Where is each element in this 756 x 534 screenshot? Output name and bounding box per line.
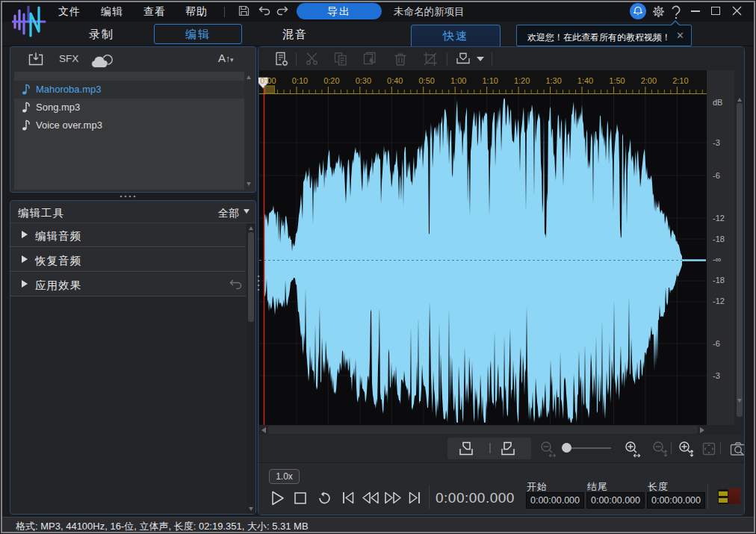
- svg-text:0:50: 0:50: [418, 76, 434, 85]
- svg-text:1:00: 1:00: [450, 76, 466, 85]
- svg-text:2:00: 2:00: [641, 76, 657, 85]
- svg-text:1:10: 1:10: [482, 76, 498, 85]
- svg-text:1:40: 1:40: [577, 76, 593, 85]
- svg-text:0:40: 0:40: [387, 76, 403, 85]
- svg-text:0:30: 0:30: [356, 76, 371, 85]
- svg-text:1:50: 1:50: [609, 76, 625, 85]
- svg-text:2:10: 2:10: [672, 76, 688, 85]
- svg-text:0:20: 0:20: [323, 76, 339, 85]
- svg-text:1:30: 1:30: [545, 76, 561, 85]
- svg-text:1:20: 1:20: [514, 76, 530, 85]
- svg-text:0:10: 0:10: [292, 76, 308, 85]
- svg-text:0:00: 0:00: [260, 76, 276, 85]
